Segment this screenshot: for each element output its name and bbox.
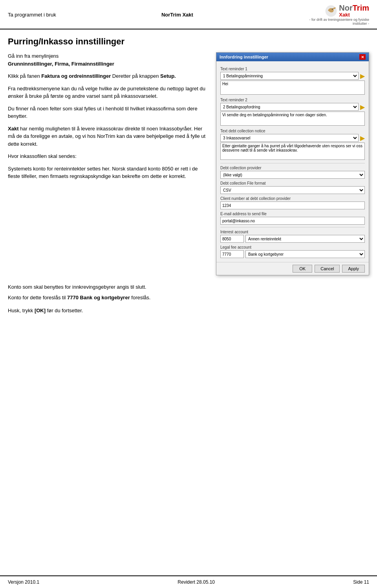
text-reminder1-select[interactable]: 1 Betalingspåminnning xyxy=(220,72,359,80)
text-debt-content[interactable] xyxy=(220,143,365,160)
cancel-button[interactable]: Cancel xyxy=(315,265,340,273)
logo-nor: Nor xyxy=(339,4,352,12)
interest-account-input[interactable] xyxy=(220,235,244,243)
divider-2 xyxy=(220,227,365,227)
legal-account-input[interactable] xyxy=(220,250,244,258)
bottom-para-1: Konto som skal benyttes for innkrevingsg… xyxy=(8,283,369,291)
arrow-right-2-icon: ▶ xyxy=(360,103,365,111)
text-debt-select[interactable]: 3 Inkassovarsel xyxy=(220,134,359,142)
para2-prefix: Klikk på fanen xyxy=(8,73,41,79)
husk-bold: [OK] xyxy=(35,308,46,313)
client-number-input[interactable] xyxy=(220,201,365,209)
bottom2-bold: 7770 Bank og kortgebyrer xyxy=(67,295,130,300)
text-reminder2-select-wrap: 2 Betalingsopfordring xyxy=(220,103,359,111)
legal-name-select-wrap: Bank og kortgebyrer xyxy=(245,250,365,258)
text-reminder1-label: Text reminder 1 xyxy=(220,67,365,71)
text-reminder1-row: 1 Betalingspåminnning ▶ xyxy=(220,72,365,80)
arrow-right-3-icon: ▶ xyxy=(360,134,365,142)
right-column: Innfordring innstillinger ✕ Text reminde… xyxy=(216,52,369,275)
header-left-text: Ta programmet i bruk xyxy=(8,12,56,18)
logo-xakt: Xakt xyxy=(339,12,369,18)
left-column: Gå inn fra menylinjens Grunninnstillinge… xyxy=(8,52,208,185)
page-body: Purring/Inkasso innstillinger Gå inn fra… xyxy=(0,29,377,337)
dialog-footer: OK Cancel Apply xyxy=(216,262,369,275)
debt-file-format-label: Debt collection File format xyxy=(220,181,365,185)
bottom2-prefix: Konto for dette foreslås til xyxy=(8,295,67,300)
husk-line: Husk, trykk [OK] før du fortsetter. xyxy=(8,308,369,313)
client-number-label: Client number at debt collection provide… xyxy=(220,196,365,201)
para-6: Hvor inkassofilen skal sendes: xyxy=(8,152,208,160)
footer-revised: Revidert 28.05.10 xyxy=(178,579,215,585)
interest-name-select[interactable]: Annen renteinntekt xyxy=(245,235,365,243)
para5-text: har nemlig muligheten til å levere inkas… xyxy=(8,126,205,147)
interest-name-select-wrap: Annen renteinntekt xyxy=(245,235,365,243)
two-col-layout: Gå inn fra menylinjens Grunninnstillinge… xyxy=(8,52,369,275)
para2-bold: Faktura og ordreinnstillinger xyxy=(41,73,111,79)
email-input[interactable] xyxy=(220,217,365,225)
husk-suffix: før du fortsetter. xyxy=(46,308,83,313)
page-title: Purring/Inkasso innstillinger xyxy=(8,37,369,47)
husk-prefix: Husk, trykk xyxy=(8,308,35,313)
legal-row: Bank og kortgebyrer xyxy=(220,250,365,258)
interest-label: Interest account xyxy=(220,230,365,234)
footer-version: Versjon 2010.1 xyxy=(8,579,39,585)
apply-button[interactable]: Apply xyxy=(342,265,365,273)
para-2: Klikk på fanen Faktura og ordreinnstilli… xyxy=(8,72,208,80)
debt-provider-label: Debt collection provider xyxy=(220,166,365,170)
para2-bold2: Setup. xyxy=(160,73,176,79)
footer-page: Side 11 xyxy=(353,579,369,585)
svg-point-1 xyxy=(332,9,333,9)
bottom-para-2: Konto for dette foreslås til 7770 Bank o… xyxy=(8,294,369,302)
header-center-text: NorTrim Xakt xyxy=(161,12,193,18)
email-row xyxy=(220,217,365,225)
text-debt-select-wrap: 3 Inkassovarsel xyxy=(220,134,359,142)
text-reminder1-content[interactable] xyxy=(220,81,365,95)
debt-provider-select[interactable]: (Ikke valgt) xyxy=(220,171,365,179)
page-footer: Versjon 2010.1 Revidert 28.05.10 Side 11 xyxy=(0,575,377,588)
text-reminder2-content[interactable] xyxy=(220,112,365,126)
para2-suffix: Deretter på knappen xyxy=(111,73,160,79)
para-5: Xakt har nemlig muligheten til å levere … xyxy=(8,125,208,148)
logo-trim: Trim xyxy=(353,4,369,12)
debt-provider-select-wrap: (Ikke valgt) xyxy=(220,171,365,179)
email-label: E-mail address to send file xyxy=(220,212,365,216)
text-reminder1-select-wrap: 1 Betalingspåminnning xyxy=(220,72,359,80)
debt-file-format-select[interactable]: CSV xyxy=(220,186,365,194)
text-reminder2-select[interactable]: 2 Betalingsopfordring xyxy=(220,103,359,111)
debt-file-format-row: CSV xyxy=(220,186,365,194)
text-reminder2-row: 2 Betalingsopfordring ▶ xyxy=(220,103,365,111)
arrow-right-icon: ▶ xyxy=(360,72,365,80)
para-7: Systemets konto for renteinntekter sette… xyxy=(8,165,208,180)
logo-subtitle: - for drift av treningssentere og fysisk… xyxy=(298,18,369,26)
legal-label: Legal fee account xyxy=(220,245,365,249)
client-number-row xyxy=(220,201,365,209)
interest-row: Annen renteinntekt xyxy=(220,235,365,243)
legal-name-select[interactable]: Bank og kortgebyrer xyxy=(245,250,365,258)
dialog-titlebar: Innfordring innstillinger ✕ xyxy=(216,53,369,61)
dialog-title: Innfordring innstillinger xyxy=(220,55,268,59)
text-debt-row: 3 Inkassovarsel ▶ xyxy=(220,134,365,142)
para-4: Du finner nå noen felter som skal fylles… xyxy=(8,105,208,120)
bottom2-suffix: foreslås. xyxy=(130,295,151,300)
debt-provider-row: (Ikke valgt) xyxy=(220,171,365,179)
page-header: Ta programmet i bruk NorTrim Xakt NorTri… xyxy=(0,0,377,29)
dialog-body: Text reminder 1 1 Betalingspåminnning ▶ xyxy=(216,61,369,262)
divider-1 xyxy=(220,163,365,163)
header-logo: NorTrim Xakt - for drift av treningssent… xyxy=(298,4,369,26)
dialog-close-button[interactable]: ✕ xyxy=(359,54,366,60)
para5-prefix: Xakt xyxy=(8,126,18,132)
text-debt-label: Text debt collection notice xyxy=(220,129,365,133)
debt-file-format-select-wrap: CSV xyxy=(220,186,365,194)
para-1: Gå inn fra menylinjens Grunninnstillinge… xyxy=(8,52,208,68)
text-reminder2-label: Text reminder 2 xyxy=(220,98,365,102)
ok-button[interactable]: OK xyxy=(293,265,312,273)
logo-bird-icon xyxy=(325,5,337,17)
dialog-window: Innfordring innstillinger ✕ Text reminde… xyxy=(216,52,369,275)
para-3: Fra nedtrekksmenyene kan du nå velge hvi… xyxy=(8,85,208,100)
para1-text: Gå inn fra menylinjens xyxy=(8,53,59,59)
bottom-text: Konto som skal benyttes for innkrevingsg… xyxy=(8,283,369,302)
para1b-text: Grunninnstillinger, Firma, Firmainnstill… xyxy=(8,61,114,67)
